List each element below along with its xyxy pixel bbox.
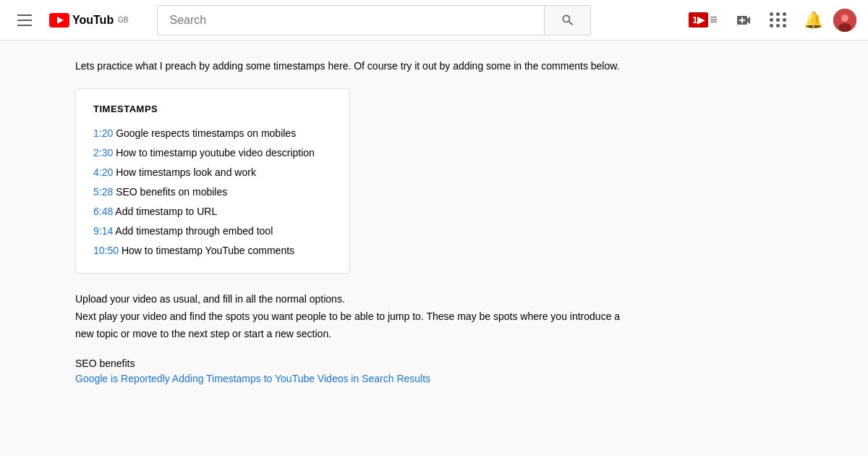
timestamp-item: 5:28 SEO benefits on mobiles xyxy=(93,185,332,200)
timestamp-link[interactable]: 6:48 xyxy=(93,206,113,217)
seo-section: SEO benefits Google is Reportedly Adding… xyxy=(75,358,625,385)
youtube-logo-icon: YouTube xyxy=(49,13,114,28)
list-icon: ≡ xyxy=(710,12,718,28)
timestamps-box: TIMESTAMPS 1:20 Google respects timestam… xyxy=(75,88,350,274)
timestamp-link[interactable]: 10:50 xyxy=(93,245,119,256)
timestamp-item: 1:20 Google respects timestamps on mobil… xyxy=(93,126,332,141)
timestamp-item: 4:20 How timestamps look and work xyxy=(93,165,332,180)
intro-paragraph: Lets practice what I preach by adding so… xyxy=(75,58,625,74)
timestamp-link[interactable]: 5:28 xyxy=(93,186,113,198)
seo-link[interactable]: Google is Reportedly Adding Timestamps t… xyxy=(75,373,430,384)
bell-icon: 🔔 xyxy=(804,11,823,30)
seo-title: SEO benefits xyxy=(75,358,625,369)
header: YouTube GB 1▶ ≡ xyxy=(0,0,868,41)
camera-plus-icon xyxy=(735,12,752,29)
create-video-button[interactable] xyxy=(729,6,758,35)
search-form xyxy=(157,5,591,35)
main-content: Lets practice what I preach by adding so… xyxy=(0,41,868,402)
country-label: GB xyxy=(118,16,128,24)
search-button[interactable] xyxy=(544,6,590,35)
timestamp-list: 1:20 Google respects timestamps on mobil… xyxy=(93,126,332,258)
youtube-studio-button[interactable]: 1▶ ≡ xyxy=(683,9,723,32)
search-input[interactable] xyxy=(158,6,544,35)
user-avatar[interactable] xyxy=(833,9,856,32)
body-section: Upload your video as usual, and fill in … xyxy=(75,291,625,342)
studio-badge: 1▶ xyxy=(689,12,708,28)
search-icon xyxy=(561,13,575,28)
apps-grid-icon xyxy=(770,12,787,28)
avatar-image xyxy=(833,9,856,32)
timestamp-link[interactable]: 1:20 xyxy=(93,127,113,139)
svg-point-5 xyxy=(838,23,851,32)
search-area xyxy=(157,5,591,35)
hamburger-menu-icon[interactable] xyxy=(12,9,38,32)
timestamp-link[interactable]: 4:20 xyxy=(93,166,113,178)
timestamp-item: 6:48 Add timestamp to URL xyxy=(93,204,332,219)
apps-button[interactable] xyxy=(764,6,793,35)
timestamp-link[interactable]: 9:14 xyxy=(93,225,113,237)
youtube-logo[interactable]: YouTube GB xyxy=(49,13,128,28)
timestamps-title: TIMESTAMPS xyxy=(93,104,332,114)
header-right: 1▶ ≡ 🔔 xyxy=(683,6,856,35)
header-left: YouTube GB xyxy=(12,9,128,32)
body-text-1: Upload your video as usual, and fill in … xyxy=(75,291,625,308)
notifications-button[interactable]: 🔔 xyxy=(799,6,827,35)
svg-point-4 xyxy=(841,14,848,22)
timestamp-item: 2:30 How to timestamp youtube video desc… xyxy=(93,145,332,161)
timestamp-link[interactable]: 2:30 xyxy=(93,147,113,159)
timestamp-item: 10:50 How to timestamp YouTube comments xyxy=(93,243,332,258)
svg-text:YouTube: YouTube xyxy=(72,14,114,26)
body-text-2: Next play your video and find the spots … xyxy=(75,308,625,343)
timestamp-item: 9:14 Add timestamp through embed tool xyxy=(93,224,332,239)
